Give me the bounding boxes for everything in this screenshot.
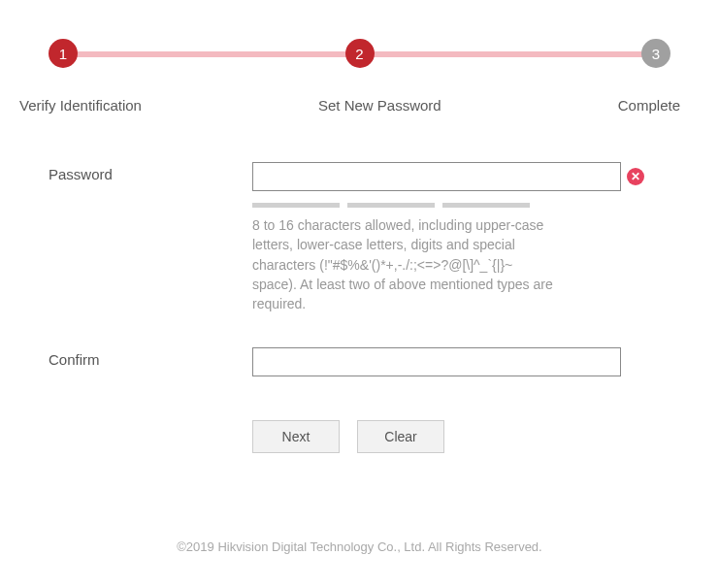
step-3-label: Complete xyxy=(618,97,680,114)
step-2-circle: 2 xyxy=(345,39,375,68)
confirm-input[interactable] xyxy=(252,347,621,376)
next-button[interactable]: Next xyxy=(252,420,340,453)
step-1-circle: 1 xyxy=(49,39,78,68)
progress-stepper: 1 2 3 xyxy=(0,0,719,68)
error-icon: ✕ xyxy=(627,168,644,185)
step-1-label: Verify Identification xyxy=(19,97,142,114)
password-hint: 8 to 16 characters allowed, including up… xyxy=(252,215,553,313)
step-2-label: Set New Password xyxy=(318,97,441,114)
password-strength-meter xyxy=(252,203,670,208)
clear-button[interactable]: Clear xyxy=(357,420,444,453)
password-form: Password ✕ 8 to 16 characters allowed, i… xyxy=(0,114,719,453)
password-label: Password xyxy=(49,162,252,182)
password-input[interactable] xyxy=(252,162,621,191)
step-3-circle: 3 xyxy=(641,39,670,68)
footer-copyright: ©2019 Hikvision Digital Technology Co., … xyxy=(0,539,719,554)
step-labels: Verify Identification Set New Password C… xyxy=(49,68,670,114)
confirm-label: Confirm xyxy=(49,347,252,368)
